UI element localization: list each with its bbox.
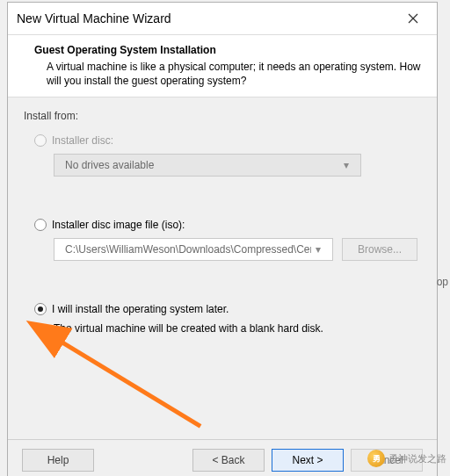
wizard-window: New Virtual Machine Wizard Guest Operati… [7, 2, 438, 476]
radio-icon [34, 134, 47, 147]
radio-icon [34, 219, 47, 231]
disc-dropdown: No drives available ▾ [54, 154, 361, 177]
disc-dropdown-value: No drives available [65, 159, 154, 171]
watermark-text: 勇神说发之路 [388, 452, 446, 465]
window-title: New Virtual Machine Wizard [17, 11, 171, 25]
browse-button[interactable]: Browse... [342, 238, 417, 261]
radio-label: I will install the operating system late… [52, 303, 229, 315]
iso-path-row: C:\Users\WilliamWeson\Downloads\Compress… [54, 238, 421, 261]
chevron-down-icon: ▾ [339, 159, 353, 171]
option-installer-disc: Installer disc: No drives available ▾ [34, 134, 421, 177]
option-install-later: I will install the operating system late… [34, 303, 421, 335]
iso-path-dropdown[interactable]: C:\Users\WilliamWeson\Downloads\Compress… [54, 238, 333, 261]
watermark: 勇 勇神说发之路 [367, 450, 446, 467]
next-button[interactable]: Next > [272, 449, 344, 472]
radio-label: Installer disc image file (iso): [52, 219, 185, 231]
radio-installer-iso[interactable]: Installer disc image file (iso): [34, 219, 421, 231]
close-button[interactable] [398, 8, 428, 29]
chevron-down-icon: ▾ [311, 243, 325, 256]
help-button[interactable]: Help [22, 449, 94, 472]
iso-path-value: C:\Users\WilliamWeson\Downloads\Compress… [65, 243, 311, 256]
cropped-text: op [437, 276, 448, 288]
option-installer-iso: Installer disc image file (iso): C:\User… [34, 219, 421, 261]
titlebar: New Virtual Machine Wizard [8, 3, 437, 34]
radio-label: Installer disc: [52, 134, 113, 147]
back-button[interactable]: < Back [192, 449, 265, 472]
page-title: Guest Operating System Installation [34, 44, 421, 56]
close-icon [408, 13, 418, 24]
radio-install-later[interactable]: I will install the operating system late… [34, 303, 421, 315]
radio-installer-disc: Installer disc: [34, 134, 421, 147]
install-later-note: The virtual machine will be created with… [54, 322, 421, 335]
body: Install from: Installer disc: No drives … [8, 97, 437, 439]
page-subtitle: A virtual machine is like a physical com… [34, 60, 421, 88]
watermark-logo-icon: 勇 [367, 450, 385, 467]
header-block: Guest Operating System Installation A vi… [8, 35, 437, 97]
section-label: Install from: [24, 110, 421, 122]
radio-icon [34, 303, 47, 315]
disc-dropdown-row: No drives available ▾ [54, 154, 421, 177]
